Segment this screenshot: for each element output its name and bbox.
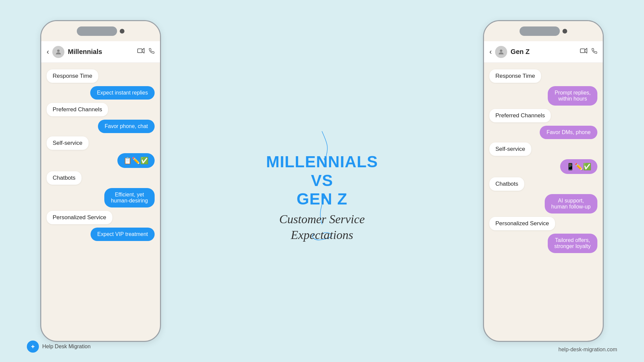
millennials-phone: ‹ Millennials Response Time Expect insta… (40, 20, 161, 342)
millennials-msg-self-service-label: Self-service (47, 136, 89, 150)
vs-label: VS (311, 172, 333, 189)
branding-right: help-desk-migration.com (558, 347, 617, 353)
subtitle: Customer Service Expectations (266, 212, 378, 243)
genz-msg-self-service-emoji: 📱✏️✅ (560, 159, 597, 174)
genz-title: Gen Z (511, 48, 577, 56)
phone-dot-genz (562, 29, 567, 34)
back-arrow-genz[interactable]: ‹ (489, 48, 492, 56)
svg-marker-2 (142, 48, 144, 53)
millennials-msg-instant-replies: Expect instant replies (90, 86, 155, 100)
genz-label: GEN Z (297, 190, 347, 208)
avatar-millennials (52, 46, 64, 58)
website: help-desk-migration.com (558, 347, 617, 352)
vs-title: MILLENNIALS VS GEN Z (266, 153, 378, 208)
genz-msg-personalized-label: Personalized Service (489, 217, 555, 230)
avatar-genz (495, 46, 507, 58)
millennials-msg-personalized-label: Personalized Service (47, 211, 112, 224)
brand-logo (27, 341, 39, 353)
page-container: ‹ Millennials Response Time Expect insta… (0, 0, 644, 362)
video-icon-genz[interactable] (580, 48, 587, 56)
millennials-msg-favor-phone: Favor phone, chat (98, 120, 155, 133)
millennials-msg-efficient: Efficient, yet human-desiring (104, 188, 155, 207)
genz-msg-response-time-label: Response Time (489, 69, 541, 83)
millennials-header: ‹ Millennials (41, 41, 160, 63)
genz-msg-tailored: Tailored offers, stronger loyalty (548, 234, 598, 253)
millennials-title: Millennials (68, 48, 134, 56)
millennials-msg-vip: Expect VIP treatment (91, 228, 155, 241)
svg-point-5 (500, 49, 502, 52)
center-section: MILLENNIALS VS GEN Z Customer Service Ex… (161, 119, 483, 243)
millennials-msg-chatbots-label: Chatbots (47, 171, 82, 185)
phone-top-bar-millennials (41, 21, 160, 41)
svg-marker-7 (585, 48, 587, 53)
millennials-msg-response-time-label: Response Time (47, 69, 98, 83)
millennials-msg-preferred-channels-label: Preferred Channels (47, 103, 108, 116)
millennials-header-icons (137, 48, 155, 56)
phone-dot (120, 29, 124, 34)
video-icon-millennials[interactable] (137, 48, 145, 56)
genz-msg-preferred-channels-label: Preferred Channels (489, 109, 551, 122)
millennials-content: Response Time Expect instant replies Pre… (41, 63, 160, 341)
millennials-msg-self-service-emoji: 📋✏️✅ (117, 153, 155, 168)
svg-rect-6 (580, 49, 585, 53)
genz-header-icons (580, 48, 597, 56)
phone-pill-genz (520, 26, 560, 36)
svg-rect-1 (138, 49, 142, 53)
call-icon-millennials[interactable] (149, 48, 155, 56)
phone-pill (77, 26, 117, 36)
back-arrow-millennials[interactable]: ‹ (47, 48, 49, 56)
phone-top-bar-genz (484, 21, 603, 41)
genz-msg-favor-dms: Favor DMs, phone (540, 126, 597, 139)
genz-phone: ‹ Gen Z Response Time Prompt replies, wi… (483, 20, 604, 342)
genz-content: Response Time Prompt replies, within hou… (484, 63, 603, 341)
svg-point-0 (57, 49, 60, 52)
branding-left: Help Desk Migration (27, 341, 91, 353)
call-icon-genz[interactable] (591, 48, 597, 56)
genz-msg-ai-support: AI support, human follow-up (545, 194, 597, 214)
millennials-label: MILLENNIALS (266, 153, 378, 171)
company-name: Help Desk Migration (42, 344, 91, 350)
genz-msg-self-service-label: Self-service (489, 142, 531, 156)
genz-msg-chatbots-label: Chatbots (489, 177, 524, 191)
genz-msg-prompt-replies: Prompt replies, within hours (548, 86, 597, 106)
genz-header: ‹ Gen Z (484, 41, 603, 63)
